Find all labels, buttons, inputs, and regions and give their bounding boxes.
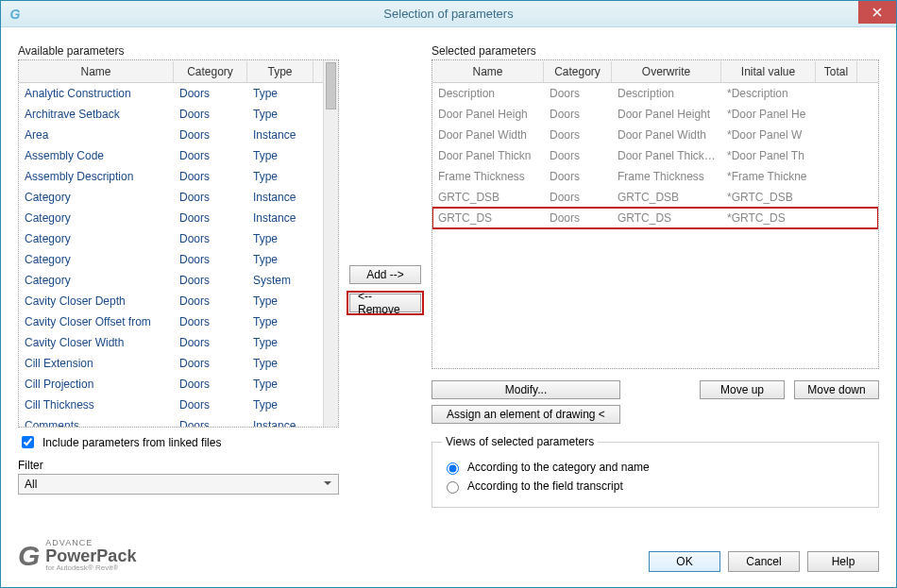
available-scrollbar[interactable] bbox=[323, 60, 338, 427]
col-category[interactable]: Category bbox=[544, 61, 612, 82]
close-icon bbox=[872, 8, 882, 17]
table-row[interactable]: Assembly CodeDoorsType bbox=[19, 145, 323, 166]
filter-value: All bbox=[25, 478, 37, 491]
selected-grid[interactable]: Name Category Overwrite Inital value Tot… bbox=[432, 59, 879, 369]
available-header: Name Category Type bbox=[19, 60, 323, 83]
table-row[interactable]: DescriptionDoorsDescription*Description bbox=[432, 83, 878, 104]
include-linked-checkbox[interactable] bbox=[22, 436, 34, 448]
table-row[interactable]: Door Panel WidthDoorsDoor Panel Width*Do… bbox=[432, 125, 878, 145]
table-row[interactable]: CategoryDoorsType bbox=[19, 249, 323, 270]
move-up-button[interactable]: Move up bbox=[700, 380, 785, 399]
table-row[interactable]: Cavity Closer Offset fromDoorsType bbox=[19, 311, 323, 332]
brand-logo: G ADVANCE PowerPack for Autodesk® Revit® bbox=[18, 539, 136, 572]
cancel-button[interactable]: Cancel bbox=[728, 551, 800, 572]
col-total[interactable]: Total bbox=[816, 61, 857, 82]
help-button[interactable]: Help bbox=[807, 551, 879, 572]
filter-label: Filter bbox=[18, 459, 339, 472]
table-row[interactable]: AreaDoorsInstance bbox=[19, 125, 323, 145]
col-initial[interactable]: Inital value bbox=[721, 61, 816, 82]
table-row[interactable]: CategoryDoorsInstance bbox=[19, 187, 323, 208]
table-row[interactable]: CategoryDoorsInstance bbox=[19, 208, 323, 228]
modify-button[interactable]: Modify... bbox=[432, 380, 620, 399]
col-type[interactable]: Type bbox=[247, 61, 313, 82]
app-icon: G bbox=[7, 6, 24, 23]
view-category-radio[interactable]: According to the category and name bbox=[442, 460, 869, 475]
add-button[interactable]: Add --> bbox=[349, 265, 421, 284]
table-row[interactable]: Door Panel ThicknDoorsDoor Panel Thickne… bbox=[432, 145, 878, 166]
available-grid[interactable]: Name Category Type Analytic Construction… bbox=[18, 59, 339, 428]
col-name[interactable]: Name bbox=[432, 61, 544, 82]
table-row[interactable]: Cill ThicknessDoorsType bbox=[19, 395, 323, 415]
titlebar: G Selection of parameters bbox=[1, 1, 896, 27]
table-row[interactable]: Cill ProjectionDoorsType bbox=[19, 374, 323, 395]
col-category[interactable]: Category bbox=[174, 61, 247, 82]
dialog-window: G Selection of parameters Available para… bbox=[0, 0, 897, 588]
selected-header: Name Category Overwrite Inital value Tot… bbox=[432, 60, 878, 83]
close-button[interactable] bbox=[858, 1, 896, 24]
assign-element-button[interactable]: Assign an element of drawing < bbox=[432, 405, 620, 424]
table-row[interactable]: Architrave SetbackDoorsType bbox=[19, 104, 323, 125]
table-row[interactable]: Door Panel HeighDoorsDoor Panel Height*D… bbox=[432, 104, 878, 125]
table-row[interactable]: Analytic ConstructionDoorsType bbox=[19, 83, 323, 104]
view-field-radio[interactable]: According to the field transcript bbox=[442, 479, 869, 494]
remove-button[interactable]: <-- Remove bbox=[349, 294, 421, 312]
include-linked-check[interactable]: Include parameters from linked files bbox=[18, 433, 339, 451]
window-title: Selection of parameters bbox=[1, 7, 896, 21]
chevron-down-icon bbox=[323, 478, 332, 491]
table-row[interactable]: CommentsDoorsInstance bbox=[19, 415, 323, 427]
filter-select[interactable]: All bbox=[18, 474, 339, 495]
move-down-button[interactable]: Move down bbox=[794, 380, 879, 399]
ok-button[interactable]: OK bbox=[649, 551, 720, 572]
views-group: Views of selected parameters According t… bbox=[432, 435, 879, 508]
brand-icon: G bbox=[18, 540, 40, 572]
selected-label: Selected parameters bbox=[432, 44, 879, 58]
table-row[interactable]: Cavity Closer DepthDoorsType bbox=[19, 291, 323, 311]
table-row[interactable]: Frame ThicknessDoorsFrame Thickness*Fram… bbox=[432, 166, 878, 187]
include-linked-label: Include parameters from linked files bbox=[42, 436, 221, 449]
table-row[interactable]: GRTC_DSDoorsGRTC_DS*GRTC_DS bbox=[432, 208, 878, 228]
table-row[interactable]: GRTC_DSBDoorsGRTC_DSB*GRTC_DSB bbox=[432, 187, 878, 208]
table-row[interactable]: CategoryDoorsSystem bbox=[19, 270, 323, 291]
col-name[interactable]: Name bbox=[19, 61, 174, 82]
col-overwrite[interactable]: Overwrite bbox=[612, 61, 721, 82]
table-row[interactable]: CategoryDoorsType bbox=[19, 228, 323, 249]
table-row[interactable]: Cavity Closer WidthDoorsType bbox=[19, 332, 323, 353]
views-legend: Views of selected parameters bbox=[442, 435, 598, 448]
available-label: Available parameters bbox=[18, 44, 339, 58]
table-row[interactable]: Cill ExtensionDoorsType bbox=[19, 353, 323, 374]
table-row[interactable]: Assembly DescriptionDoorsType bbox=[19, 166, 323, 187]
